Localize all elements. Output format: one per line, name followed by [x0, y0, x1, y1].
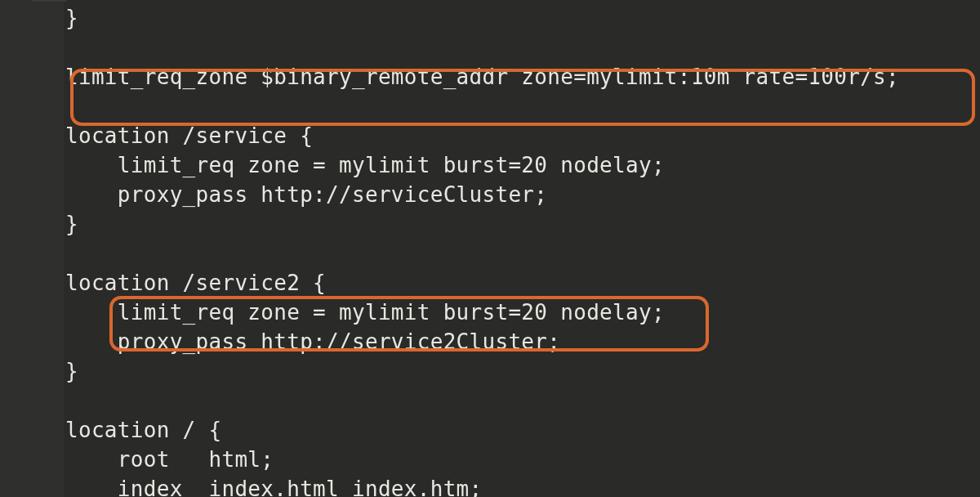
editor-gutter [0, 0, 64, 497]
code-screenshot: server 10.12.66.187:9433; } limit_req_zo… [0, 0, 980, 497]
code-block: server 10.12.66.187:9433; } limit_req_zo… [65, 0, 899, 497]
